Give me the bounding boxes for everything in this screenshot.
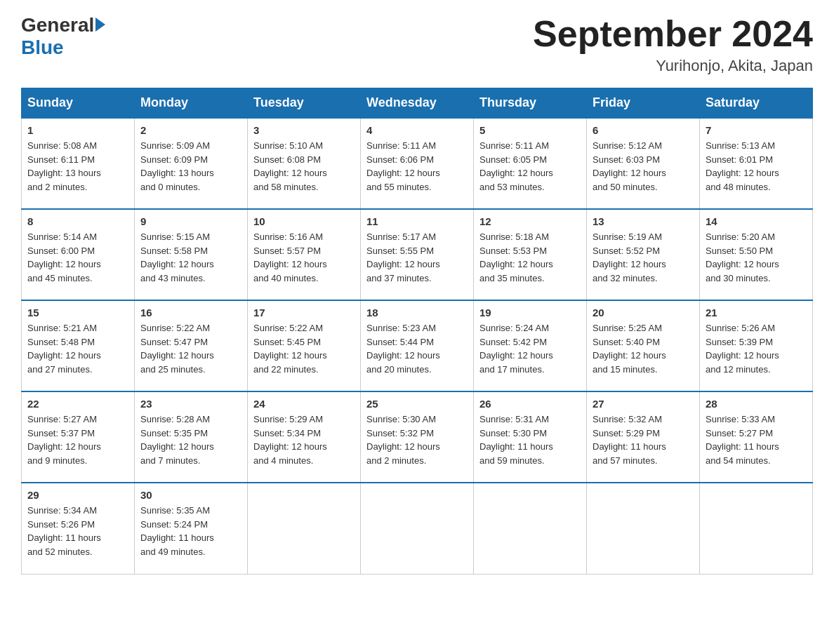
day-number: 4 [366, 124, 468, 136]
empty-cell [248, 483, 361, 574]
empty-cell [474, 483, 587, 574]
logo-general-text: General [21, 14, 94, 36]
day-info: Sunrise: 5:22 AM Sunset: 5:47 PM Dayligh… [140, 321, 241, 376]
day-number: 20 [593, 307, 694, 318]
day-info: Sunrise: 5:20 AM Sunset: 5:50 PM Dayligh… [706, 230, 807, 285]
day-info: Sunrise: 5:32 AM Sunset: 5:29 PM Dayligh… [593, 412, 694, 467]
header-tuesday: Tuesday [248, 88, 361, 119]
day-info: Sunrise: 5:28 AM Sunset: 5:35 PM Dayligh… [140, 412, 241, 467]
header-friday: Friday [587, 88, 700, 119]
day-number: 24 [253, 398, 355, 410]
day-info: Sunrise: 5:23 AM Sunset: 5:44 PM Dayligh… [366, 321, 468, 376]
day-number: 27 [593, 398, 694, 410]
day-number: 7 [706, 124, 807, 136]
day-number: 22 [27, 398, 128, 410]
day-number: 1 [27, 124, 128, 136]
day-cell-3: 3Sunrise: 5:10 AM Sunset: 6:08 PM Daylig… [248, 118, 361, 209]
day-cell-5: 5Sunrise: 5:11 AM Sunset: 6:05 PM Daylig… [474, 118, 587, 209]
day-cell-9: 9Sunrise: 5:15 AM Sunset: 5:58 PM Daylig… [135, 209, 248, 300]
title-block: September 2024 Yurihonjo, Akita, Japan [533, 14, 813, 75]
day-number: 21 [706, 307, 807, 318]
calendar-title: September 2024 [533, 14, 813, 54]
day-info: Sunrise: 5:09 AM Sunset: 6:09 PM Dayligh… [140, 139, 241, 194]
day-cell-13: 13Sunrise: 5:19 AM Sunset: 5:52 PM Dayli… [587, 209, 700, 300]
empty-cell [700, 483, 813, 574]
header-sunday: Sunday [22, 88, 135, 119]
day-number: 26 [479, 398, 581, 410]
day-info: Sunrise: 5:10 AM Sunset: 6:08 PM Dayligh… [253, 139, 355, 194]
day-info: Sunrise: 5:18 AM Sunset: 5:53 PM Dayligh… [479, 230, 581, 285]
day-info: Sunrise: 5:29 AM Sunset: 5:34 PM Dayligh… [253, 412, 355, 467]
day-number: 12 [479, 215, 581, 227]
day-number: 6 [593, 124, 694, 136]
day-cell-19: 19Sunrise: 5:24 AM Sunset: 5:42 PM Dayli… [474, 300, 587, 391]
day-info: Sunrise: 5:13 AM Sunset: 6:01 PM Dayligh… [706, 139, 807, 194]
day-number: 29 [27, 489, 128, 501]
day-info: Sunrise: 5:08 AM Sunset: 6:11 PM Dayligh… [27, 139, 128, 194]
day-info: Sunrise: 5:21 AM Sunset: 5:48 PM Dayligh… [27, 321, 128, 376]
week-row-4: 22Sunrise: 5:27 AM Sunset: 5:37 PM Dayli… [22, 391, 813, 483]
day-info: Sunrise: 5:33 AM Sunset: 5:27 PM Dayligh… [706, 412, 807, 467]
day-cell-23: 23Sunrise: 5:28 AM Sunset: 5:35 PM Dayli… [135, 391, 248, 483]
day-info: Sunrise: 5:19 AM Sunset: 5:52 PM Dayligh… [593, 230, 694, 285]
day-cell-17: 17Sunrise: 5:22 AM Sunset: 5:45 PM Dayli… [248, 300, 361, 391]
day-number: 16 [140, 307, 241, 318]
calendar-subtitle: Yurihonjo, Akita, Japan [533, 57, 813, 75]
day-info: Sunrise: 5:24 AM Sunset: 5:42 PM Dayligh… [479, 321, 581, 376]
day-cell-18: 18Sunrise: 5:23 AM Sunset: 5:44 PM Dayli… [361, 300, 474, 391]
calendar-header-row: SundayMondayTuesdayWednesdayThursdayFrid… [22, 88, 813, 119]
day-cell-29: 29Sunrise: 5:34 AM Sunset: 5:26 PM Dayli… [22, 483, 135, 574]
day-cell-1: 1Sunrise: 5:08 AM Sunset: 6:11 PM Daylig… [22, 118, 135, 209]
header-monday: Monday [135, 88, 248, 119]
week-row-5: 29Sunrise: 5:34 AM Sunset: 5:26 PM Dayli… [22, 483, 813, 574]
day-cell-6: 6Sunrise: 5:12 AM Sunset: 6:03 PM Daylig… [587, 118, 700, 209]
day-cell-22: 22Sunrise: 5:27 AM Sunset: 5:37 PM Dayli… [22, 391, 135, 483]
day-cell-28: 28Sunrise: 5:33 AM Sunset: 5:27 PM Dayli… [700, 391, 813, 483]
day-cell-2: 2Sunrise: 5:09 AM Sunset: 6:09 PM Daylig… [135, 118, 248, 209]
day-cell-14: 14Sunrise: 5:20 AM Sunset: 5:50 PM Dayli… [700, 209, 813, 300]
header-thursday: Thursday [474, 88, 587, 119]
day-number: 11 [366, 215, 468, 227]
day-cell-4: 4Sunrise: 5:11 AM Sunset: 6:06 PM Daylig… [361, 118, 474, 209]
day-cell-11: 11Sunrise: 5:17 AM Sunset: 5:55 PM Dayli… [361, 209, 474, 300]
day-info: Sunrise: 5:31 AM Sunset: 5:30 PM Dayligh… [479, 412, 581, 467]
day-info: Sunrise: 5:17 AM Sunset: 5:55 PM Dayligh… [366, 230, 468, 285]
day-cell-25: 25Sunrise: 5:30 AM Sunset: 5:32 PM Dayli… [361, 391, 474, 483]
week-row-1: 1Sunrise: 5:08 AM Sunset: 6:11 PM Daylig… [22, 118, 813, 209]
day-info: Sunrise: 5:27 AM Sunset: 5:37 PM Dayligh… [27, 412, 128, 467]
day-cell-30: 30Sunrise: 5:35 AM Sunset: 5:24 PM Dayli… [135, 483, 248, 574]
day-number: 15 [27, 307, 128, 318]
day-cell-24: 24Sunrise: 5:29 AM Sunset: 5:34 PM Dayli… [248, 391, 361, 483]
day-number: 13 [593, 215, 694, 227]
page-header: General Blue September 2024 Yurihonjo, A… [21, 14, 813, 75]
day-info: Sunrise: 5:11 AM Sunset: 6:05 PM Dayligh… [479, 139, 581, 194]
day-cell-21: 21Sunrise: 5:26 AM Sunset: 5:39 PM Dayli… [700, 300, 813, 391]
day-info: Sunrise: 5:15 AM Sunset: 5:58 PM Dayligh… [140, 230, 241, 285]
empty-cell [587, 483, 700, 574]
logo-triangle-icon [95, 18, 105, 32]
day-number: 8 [27, 215, 128, 227]
header-saturday: Saturday [700, 88, 813, 119]
calendar-table: SundayMondayTuesdayWednesdayThursdayFrid… [21, 88, 813, 575]
day-number: 25 [366, 398, 468, 410]
day-number: 5 [479, 124, 581, 136]
week-row-2: 8Sunrise: 5:14 AM Sunset: 6:00 PM Daylig… [22, 209, 813, 300]
day-info: Sunrise: 5:35 AM Sunset: 5:24 PM Dayligh… [140, 504, 241, 558]
day-cell-7: 7Sunrise: 5:13 AM Sunset: 6:01 PM Daylig… [700, 118, 813, 209]
week-row-3: 15Sunrise: 5:21 AM Sunset: 5:48 PM Dayli… [22, 300, 813, 391]
day-number: 28 [706, 398, 807, 410]
day-cell-20: 20Sunrise: 5:25 AM Sunset: 5:40 PM Dayli… [587, 300, 700, 391]
header-wednesday: Wednesday [361, 88, 474, 119]
day-info: Sunrise: 5:30 AM Sunset: 5:32 PM Dayligh… [366, 412, 468, 467]
day-cell-26: 26Sunrise: 5:31 AM Sunset: 5:30 PM Dayli… [474, 391, 587, 483]
day-info: Sunrise: 5:22 AM Sunset: 5:45 PM Dayligh… [253, 321, 355, 376]
day-number: 9 [140, 215, 241, 227]
day-cell-16: 16Sunrise: 5:22 AM Sunset: 5:47 PM Dayli… [135, 300, 248, 391]
day-number: 2 [140, 124, 241, 136]
day-info: Sunrise: 5:16 AM Sunset: 5:57 PM Dayligh… [253, 230, 355, 285]
day-cell-8: 8Sunrise: 5:14 AM Sunset: 6:00 PM Daylig… [22, 209, 135, 300]
day-info: Sunrise: 5:11 AM Sunset: 6:06 PM Dayligh… [366, 139, 468, 194]
day-number: 23 [140, 398, 241, 410]
day-cell-15: 15Sunrise: 5:21 AM Sunset: 5:48 PM Dayli… [22, 300, 135, 391]
day-cell-10: 10Sunrise: 5:16 AM Sunset: 5:57 PM Dayli… [248, 209, 361, 300]
